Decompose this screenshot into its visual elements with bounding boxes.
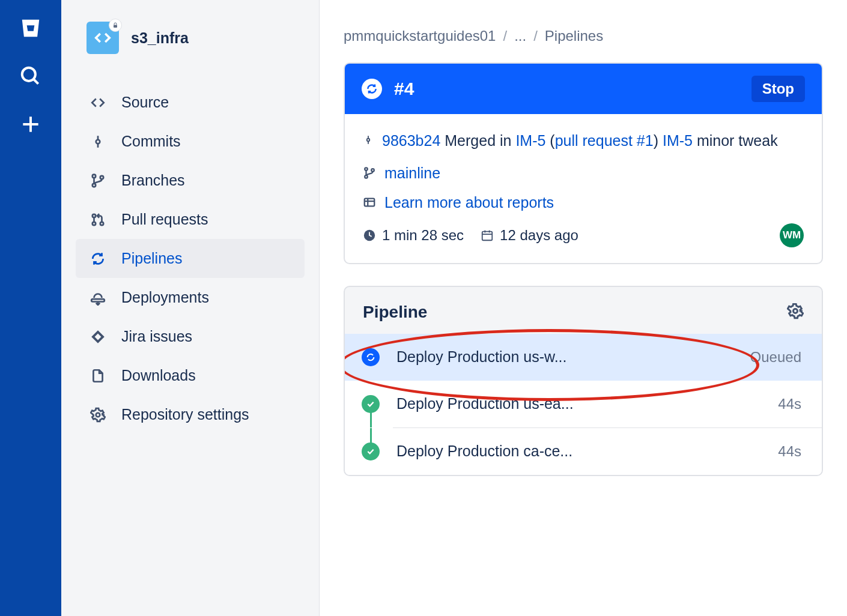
sidebar-item-label: Downloads [121, 367, 196, 384]
svg-point-0 [22, 68, 35, 81]
search-icon[interactable] [19, 65, 42, 90]
breadcrumb: pmmquickstartguides01 / ... / Pipelines [344, 28, 823, 44]
step-name: Deploy Production us-ea... [396, 395, 761, 412]
sidebar-item-label: Source [121, 94, 169, 111]
sidebar-item-label: Deployments [121, 289, 209, 306]
breadcrumb-separator: / [503, 28, 507, 44]
avatar[interactable]: WM [780, 223, 804, 247]
gear-icon[interactable] [787, 303, 804, 322]
bitbucket-logo-icon[interactable] [19, 17, 42, 42]
repo-name[interactable]: s3_infra [131, 29, 189, 47]
run-panel: #4 Stop 9863b24 Merged in IM-5 (pull req… [344, 62, 823, 264]
branch-link[interactable]: mainline [384, 165, 440, 182]
running-icon [362, 79, 382, 99]
run-header: #4 Stop [345, 64, 822, 114]
svg-point-11 [93, 214, 96, 217]
svg-point-5 [96, 139, 100, 143]
pipeline-step[interactable]: Deploy Production us-ea... 44s [345, 381, 822, 427]
svg-point-9 [93, 183, 96, 186]
add-icon[interactable] [19, 113, 42, 138]
sidebar-item-label: Commits [121, 133, 181, 150]
main-content: pmmquickstartguides01 / ... / Pipelines … [320, 0, 847, 616]
svg-point-8 [93, 174, 96, 177]
sidebar-item-downloads[interactable]: Downloads [76, 356, 305, 395]
svg-rect-26 [482, 231, 493, 240]
duration-value: 1 min 28 sec [382, 227, 464, 244]
pipeline-step[interactable]: Deploy Production ca-ce... 44s [345, 428, 822, 475]
svg-point-30 [794, 309, 798, 313]
svg-point-16 [367, 139, 370, 142]
pipeline-steps: Deploy Production us-w... Queued Deploy … [345, 334, 822, 475]
branch-line: mainline [363, 165, 804, 182]
svg-point-21 [371, 169, 374, 172]
sidebar-item-label: Jira issues [121, 328, 192, 345]
sidebar-item-label: Repository settings [121, 406, 249, 423]
global-nav [0, 0, 61, 616]
pipeline-panel: Pipeline Deploy Production us-w... Queue… [344, 286, 823, 476]
svg-point-12 [93, 222, 96, 225]
commit-text: 9863b24 Merged in IM-5 (pull request #1)… [382, 130, 804, 152]
duration: 1 min 28 sec [363, 227, 464, 244]
commit-branch-link[interactable]: IM-5 [515, 132, 545, 149]
reports-link[interactable]: Learn more about reports [384, 194, 554, 211]
pipeline-heading-row: Pipeline [345, 287, 822, 334]
sidebar: s3_infra Source Commits Branches Pull re… [61, 0, 320, 616]
breadcrumb-ellipsis[interactable]: ... [514, 28, 526, 44]
svg-point-10 [100, 175, 103, 178]
sidebar-item-pull-requests[interactable]: Pull requests [76, 200, 305, 239]
meta-line: 1 min 28 sec 12 days ago WM [363, 223, 804, 247]
age-value: 12 days ago [500, 227, 578, 244]
sidebar-item-label: Pipelines [121, 250, 182, 267]
issue-link[interactable]: IM-5 [663, 132, 693, 149]
repo-icon [87, 22, 119, 54]
svg-point-15 [96, 412, 100, 417]
breadcrumb-workspace[interactable]: pmmquickstartguides01 [344, 28, 496, 44]
run-body: 9863b24 Merged in IM-5 (pull request #1)… [345, 114, 822, 263]
pipeline-heading: Pipeline [363, 303, 427, 322]
stop-button[interactable]: Stop [751, 76, 805, 102]
status-success-icon [362, 395, 380, 413]
step-time: 44s [778, 443, 801, 460]
svg-rect-22 [365, 199, 375, 207]
sidebar-item-deployments[interactable]: Deployments [76, 278, 305, 317]
pipeline-step[interactable]: Deploy Production us-w... Queued [345, 334, 822, 381]
step-status: Queued [750, 349, 801, 366]
svg-line-1 [34, 79, 38, 84]
svg-rect-4 [114, 25, 117, 28]
commit-line: 9863b24 Merged in IM-5 (pull request #1)… [363, 130, 804, 152]
sidebar-item-repository-settings[interactable]: Repository settings [76, 395, 305, 434]
reports-line: Learn more about reports [363, 194, 804, 211]
status-success-icon [362, 442, 380, 460]
pr-link[interactable]: pull request #1 [555, 132, 654, 149]
sidebar-item-label: Pull requests [121, 211, 208, 228]
run-number: #4 [394, 79, 739, 99]
status-running-icon [362, 348, 380, 366]
step-name: Deploy Production us-w... [396, 348, 733, 366]
svg-point-19 [365, 168, 368, 171]
step-time: 44s [778, 396, 801, 412]
step-name: Deploy Production ca-ce... [396, 442, 761, 460]
nav-list: Source Commits Branches Pull requests Pi… [76, 83, 305, 434]
sidebar-item-label: Branches [121, 172, 185, 189]
commit-hash-link[interactable]: 9863b24 [382, 132, 440, 149]
svg-point-20 [365, 175, 368, 178]
lock-icon [109, 19, 122, 32]
sidebar-item-jira-issues[interactable]: Jira issues [76, 317, 305, 356]
age: 12 days ago [481, 227, 578, 244]
sidebar-item-source[interactable]: Source [76, 83, 305, 122]
repo-header: s3_infra [76, 22, 305, 54]
svg-point-13 [100, 222, 103, 225]
breadcrumb-current[interactable]: Pipelines [545, 28, 603, 44]
sidebar-item-commits[interactable]: Commits [76, 122, 305, 161]
sidebar-item-pipelines[interactable]: Pipelines [76, 239, 305, 278]
sidebar-item-branches[interactable]: Branches [76, 161, 305, 200]
breadcrumb-separator: / [533, 28, 538, 44]
